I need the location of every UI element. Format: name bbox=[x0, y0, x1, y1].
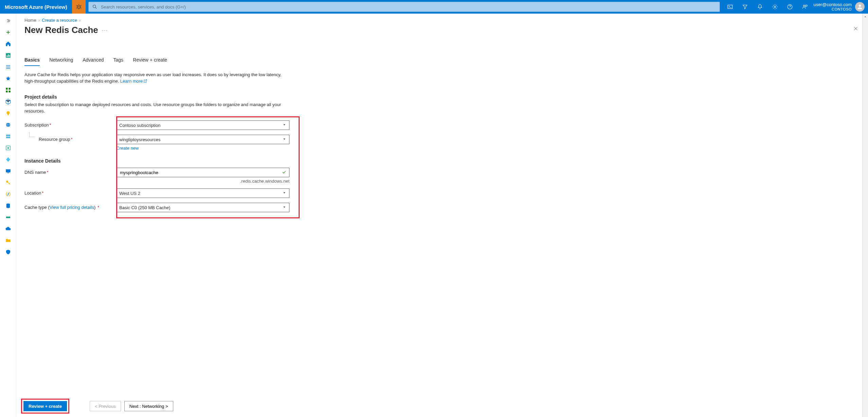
key-icon bbox=[5, 180, 11, 186]
svg-rect-18 bbox=[7, 114, 8, 115]
bug-report-button[interactable] bbox=[72, 0, 86, 14]
svg-point-7 bbox=[803, 5, 805, 7]
dns-name-input[interactable] bbox=[119, 170, 282, 176]
nav-resource-3[interactable] bbox=[1, 119, 15, 131]
dns-name-field-wrap bbox=[116, 168, 289, 177]
nav-resource-5[interactable] bbox=[1, 142, 15, 154]
learn-more-link[interactable]: Learn more bbox=[120, 79, 147, 84]
svg-rect-26 bbox=[6, 169, 11, 172]
more-actions-button[interactable]: ··· bbox=[102, 28, 108, 33]
nav-resource-8[interactable] bbox=[1, 177, 15, 188]
nav-dashboard-button[interactable] bbox=[1, 50, 15, 61]
function-icon bbox=[5, 191, 11, 197]
project-details-header: Project details bbox=[24, 94, 860, 100]
settings-button[interactable] bbox=[767, 0, 782, 14]
left-nav bbox=[0, 14, 16, 417]
help-icon bbox=[787, 4, 793, 10]
cloud-shell-button[interactable] bbox=[723, 0, 738, 14]
database-icon bbox=[5, 203, 11, 209]
nav-resource-2[interactable] bbox=[1, 107, 15, 119]
previous-button: < Previous bbox=[90, 401, 121, 411]
location-dropdown[interactable]: West US 2 bbox=[116, 188, 289, 198]
main-content: Home › Create a resource › New Redis Cac… bbox=[16, 14, 868, 417]
svg-rect-23 bbox=[6, 137, 10, 138]
plus-icon bbox=[5, 29, 11, 35]
svg-rect-10 bbox=[6, 55, 7, 57]
tab-advanced[interactable]: Advanced bbox=[83, 56, 104, 66]
svg-rect-11 bbox=[8, 54, 8, 57]
dns-name-label: DNS name* bbox=[24, 168, 116, 175]
subscription-value: Contoso subscription bbox=[119, 123, 160, 128]
nav-resource-9[interactable] bbox=[1, 188, 15, 200]
nav-resource-6[interactable] bbox=[1, 154, 15, 165]
nav-resource-13[interactable] bbox=[1, 235, 15, 246]
svg-point-2 bbox=[93, 5, 95, 8]
breadcrumb-home[interactable]: Home bbox=[24, 18, 36, 23]
svg-point-25 bbox=[7, 147, 9, 149]
svg-rect-13 bbox=[6, 88, 7, 89]
intro-text: Azure Cache for Redis helps your applica… bbox=[24, 72, 283, 85]
nav-favorites-button[interactable] bbox=[1, 73, 15, 84]
chevron-right-icon: › bbox=[79, 18, 81, 23]
nav-home-button[interactable] bbox=[1, 38, 15, 50]
tab-networking[interactable]: Networking bbox=[49, 56, 73, 66]
svg-point-17 bbox=[6, 111, 10, 114]
location-value: West US 2 bbox=[119, 191, 140, 196]
directory-filter-button[interactable] bbox=[738, 0, 752, 14]
tab-tags[interactable]: Tags bbox=[113, 56, 123, 66]
tab-basics[interactable]: Basics bbox=[24, 56, 40, 66]
svg-rect-12 bbox=[9, 55, 10, 57]
dashboard-icon bbox=[5, 52, 11, 59]
review-create-button[interactable]: Review + create bbox=[23, 401, 67, 411]
chevron-right-icon: › bbox=[38, 18, 40, 23]
lightbulb-icon bbox=[5, 110, 11, 116]
svg-rect-22 bbox=[6, 135, 10, 136]
svg-point-28 bbox=[6, 181, 8, 183]
account-info[interactable]: user@contoso.com CONTOSO bbox=[812, 2, 855, 12]
pricing-details-link[interactable]: View full pricing details bbox=[50, 205, 94, 210]
global-search[interactable] bbox=[88, 2, 720, 12]
intro-body: Azure Cache for Redis helps your applica… bbox=[24, 72, 281, 84]
nav-all-services-button[interactable] bbox=[1, 84, 15, 96]
annotation-box-review-button: Review + create bbox=[21, 399, 69, 414]
cache-type-value: Basic C0 (250 MB Cache) bbox=[119, 205, 170, 210]
nav-resource-11[interactable] bbox=[1, 212, 15, 223]
nav-resource-7[interactable] bbox=[1, 165, 15, 177]
nav-resource-14[interactable] bbox=[1, 246, 15, 258]
next-button[interactable]: Next : Networking > bbox=[124, 401, 173, 411]
nav-resource-1[interactable] bbox=[1, 96, 15, 107]
subscription-dropdown[interactable]: Contoso subscription bbox=[116, 120, 289, 130]
chevron-right-double-icon bbox=[5, 18, 11, 24]
nav-expand-button[interactable] bbox=[1, 15, 15, 27]
notifications-button[interactable] bbox=[752, 0, 767, 14]
nav-list-button[interactable] bbox=[1, 61, 15, 73]
resource-group-dropdown[interactable]: wingtiptoysresources bbox=[116, 135, 289, 144]
cache-type-dropdown[interactable]: Basic C0 (250 MB Cache) bbox=[116, 203, 289, 212]
close-blade-button[interactable] bbox=[853, 26, 860, 33]
instance-details-header: Instance Details bbox=[24, 158, 860, 164]
cloud-icon bbox=[5, 226, 11, 232]
tab-review-create[interactable]: Review + create bbox=[133, 56, 167, 66]
chevron-down-icon bbox=[282, 191, 286, 196]
breadcrumb-create[interactable]: Create a resource bbox=[42, 18, 77, 23]
nav-resource-12[interactable] bbox=[1, 223, 15, 235]
help-button[interactable] bbox=[782, 0, 797, 14]
breadcrumb: Home › Create a resource › bbox=[24, 18, 860, 23]
nav-create-button[interactable] bbox=[1, 27, 15, 38]
scrollbar[interactable] bbox=[862, 14, 868, 417]
chevron-down-icon bbox=[282, 137, 286, 142]
brand-title[interactable]: Microsoft Azure (Preview) bbox=[0, 4, 72, 10]
grid-icon bbox=[5, 87, 11, 93]
nav-resource-10[interactable] bbox=[1, 200, 15, 212]
account-avatar[interactable] bbox=[855, 2, 865, 12]
feedback-button[interactable] bbox=[797, 0, 812, 14]
create-new-rg-link[interactable]: Create new bbox=[116, 146, 139, 151]
shield-icon bbox=[5, 249, 11, 255]
resource-group-value: wingtiptoysresources bbox=[119, 137, 160, 142]
bell-icon bbox=[757, 4, 763, 10]
nav-resource-4[interactable] bbox=[1, 131, 15, 142]
filter-icon bbox=[742, 4, 748, 10]
search-input[interactable] bbox=[100, 4, 716, 10]
top-bar: Microsoft Azure (Preview) user@contoso.c… bbox=[0, 0, 868, 14]
svg-rect-27 bbox=[7, 173, 9, 173]
